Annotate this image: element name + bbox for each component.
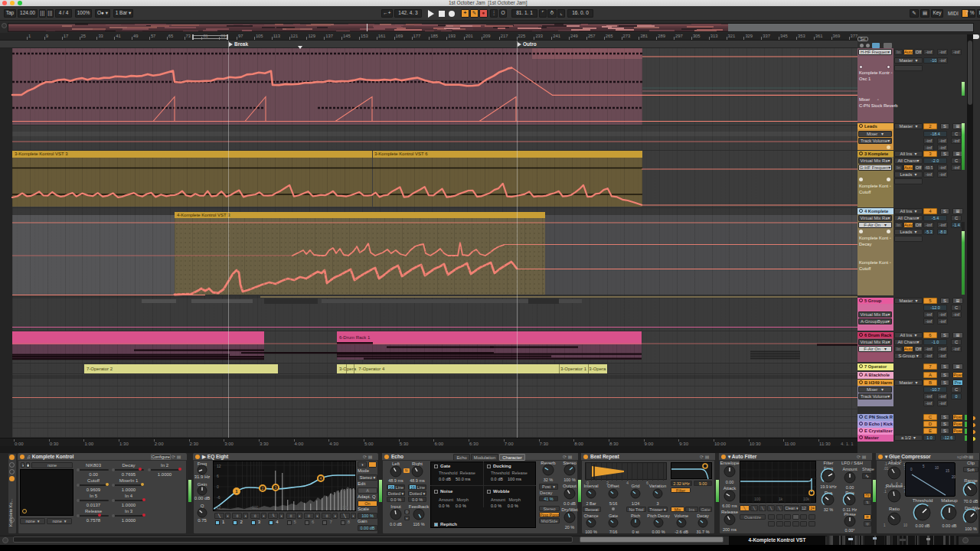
svg-text:10: 10 (935, 466, 939, 470)
svg-text:0: 0 (910, 468, 913, 471)
svg-text:15: 15 (946, 469, 950, 473)
svg-text:5: 5 (923, 465, 925, 468)
